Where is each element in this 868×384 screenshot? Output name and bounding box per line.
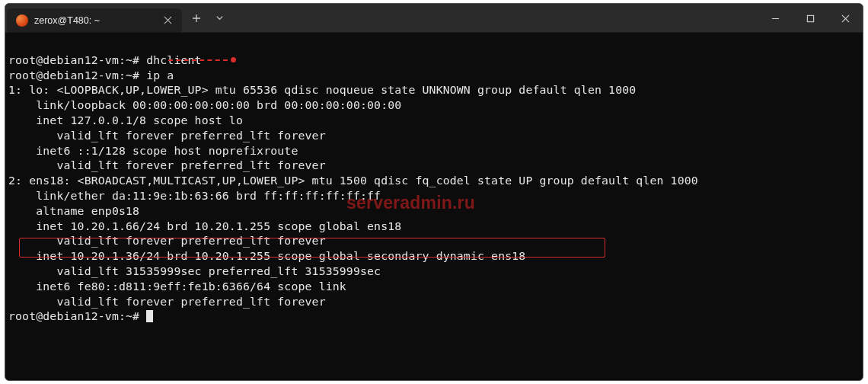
- term-line: valid_lft forever preferred_lft forever: [8, 234, 326, 247]
- term-line: inet 10.20.1.66/24 brd 10.20.1.255 scope…: [8, 219, 401, 232]
- term-line: valid_lft forever preferred_lft forever: [8, 129, 326, 142]
- annotation-dot: [231, 57, 236, 62]
- term-line: inet 10.20.1.36/24 brd 10.20.1.255 scope…: [8, 249, 525, 262]
- tab-title: zerox@T480: ~: [34, 15, 100, 26]
- terminal-tab[interactable]: zerox@T480: ~: [7, 8, 182, 32]
- close-button[interactable]: [828, 4, 863, 33]
- term-line: valid_lft forever preferred_lft forever: [8, 158, 326, 171]
- term-line: inet 127.0.0.1/8 scope host lo: [8, 114, 243, 126]
- term-line: altname enp0s18: [8, 204, 139, 217]
- new-tab-button[interactable]: [185, 6, 208, 30]
- term-prompt: root@debian12-vm:~#: [8, 309, 139, 322]
- titlebar-left: zerox@T480: ~: [5, 4, 231, 32]
- close-icon[interactable]: [161, 14, 174, 27]
- ubuntu-icon: [16, 14, 28, 27]
- term-line: valid_lft forever preferred_lft forever: [8, 295, 326, 308]
- annotation-underline: [168, 59, 228, 61]
- tab-dropdown-button[interactable]: [208, 6, 231, 30]
- tabbar-actions: [182, 4, 231, 32]
- minimize-button[interactable]: [758, 4, 793, 33]
- term-line: root@debian12-vm:~# ip a: [8, 69, 174, 82]
- term-line: 2: ens18: <BROADCAST,MULTICAST,UP,LOWER_…: [8, 174, 698, 187]
- window-controls: [758, 4, 863, 32]
- term-line: link/loopback 00:00:00:00:00:00 brd 00:0…: [8, 98, 401, 111]
- svg-rect-0: [807, 15, 813, 21]
- maximize-button[interactable]: [793, 4, 828, 33]
- term-line: link/ether da:11:9e:1b:63:66 brd ff:ff:f…: [8, 189, 381, 202]
- term-line: inet6 fe80::d811:9eff:fe1b:6366/64 scope…: [8, 280, 346, 293]
- term-line: inet6 ::1/128 scope host noprefixroute: [8, 144, 298, 157]
- cursor: [146, 310, 153, 322]
- terminal-body[interactable]: root@debian12-vm:~# dhclient root@debian…: [5, 33, 863, 339]
- term-line: valid_lft 31535999sec preferred_lft 3153…: [8, 264, 381, 277]
- term-line: 1: lo: <LOOPBACK,UP,LOWER_UP> mtu 65536 …: [8, 83, 636, 96]
- terminal-window: zerox@T480: ~: [5, 3, 863, 381]
- titlebar: zerox@T480: ~: [5, 4, 863, 33]
